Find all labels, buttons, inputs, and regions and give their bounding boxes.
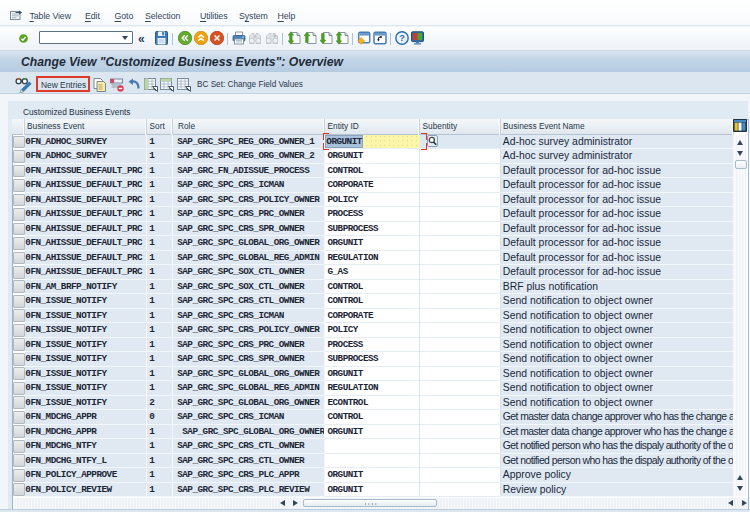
svg-text:?: ? (399, 33, 405, 43)
